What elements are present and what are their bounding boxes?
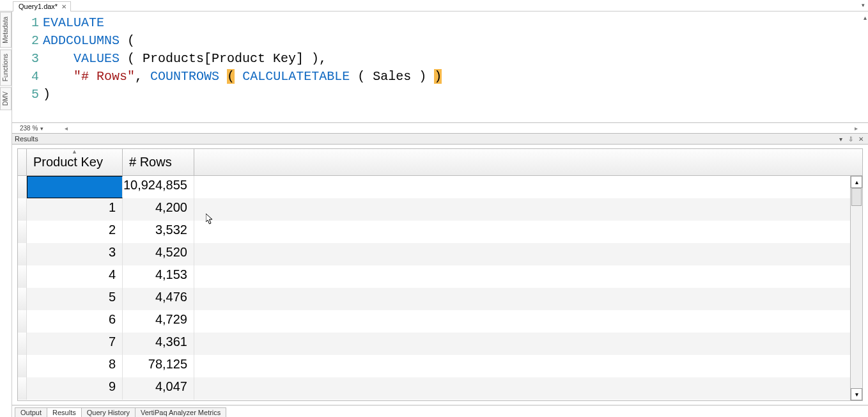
bottom-tab-vertipaq-analyzer-metrics[interactable]: VertiPaq Analyzer Metrics bbox=[135, 407, 226, 417]
grid-corner bbox=[18, 149, 27, 175]
line-number: 5 bbox=[12, 86, 43, 104]
cell-product-key[interactable]: 4 bbox=[27, 265, 123, 288]
grid-body[interactable]: 10,924,85514,20023,53234,52044,15354,476… bbox=[18, 176, 862, 400]
cell-product-key[interactable]: 3 bbox=[27, 243, 123, 265]
cell-rows[interactable]: 3,532 bbox=[123, 221, 194, 243]
cell-product-key[interactable]: 5 bbox=[27, 288, 123, 310]
scroll-down-button[interactable]: ▾ bbox=[851, 388, 862, 400]
row-header[interactable] bbox=[18, 243, 27, 265]
table-row[interactable]: 14,200 bbox=[18, 198, 862, 221]
table-row[interactable]: 44,153 bbox=[18, 265, 862, 288]
row-header[interactable] bbox=[18, 355, 27, 377]
cell-rows[interactable]: 4,476 bbox=[123, 288, 194, 310]
panel-close-icon[interactable]: ✕ bbox=[856, 134, 865, 143]
row-header[interactable] bbox=[18, 176, 27, 198]
cell-product-key[interactable]: 9 bbox=[27, 377, 123, 400]
table-row[interactable]: 23,532 bbox=[18, 221, 862, 243]
cell-rows[interactable]: 4,200 bbox=[123, 198, 194, 221]
column-header-label: Product Key bbox=[33, 155, 103, 169]
table-row[interactable]: 878,125 bbox=[18, 355, 862, 377]
row-header[interactable] bbox=[18, 198, 27, 221]
hscroll-right-icon[interactable]: ▸ bbox=[855, 125, 858, 132]
code-line[interactable]: EVALUATE bbox=[43, 14, 868, 32]
scroll-thumb[interactable] bbox=[851, 188, 862, 206]
hscroll-left-icon[interactable]: ◂ bbox=[65, 125, 68, 132]
code-token: ) bbox=[434, 69, 442, 84]
file-tab-strip: Query1.dax* ✕ ▾ bbox=[0, 0, 868, 12]
scroll-up-button[interactable]: ▴ bbox=[851, 176, 862, 188]
line-number: 1 bbox=[12, 14, 43, 32]
code-token: ( bbox=[120, 33, 135, 48]
file-tab-query1[interactable]: Query1.dax* ✕ bbox=[13, 1, 71, 12]
bottom-tab-results[interactable]: Results bbox=[47, 407, 82, 417]
code-token: ADDCOLUMNS bbox=[43, 33, 120, 48]
results-panel-title: Results bbox=[15, 135, 38, 143]
code-token: ( Sales ) bbox=[350, 69, 434, 84]
table-row[interactable]: 10,924,855 bbox=[18, 176, 862, 198]
cell-product-key[interactable]: 1 bbox=[27, 198, 123, 221]
row-header[interactable] bbox=[18, 288, 27, 310]
code-token: VALUES bbox=[74, 51, 120, 66]
cell-product-key[interactable] bbox=[27, 176, 123, 198]
cell-rows[interactable]: 10,924,855 bbox=[123, 176, 194, 198]
code-line[interactable]: ) bbox=[43, 86, 868, 104]
bottom-tab-output[interactable]: Output bbox=[15, 407, 47, 417]
column-header-rows[interactable]: # Rows bbox=[123, 149, 194, 175]
row-header[interactable] bbox=[18, 333, 27, 355]
cell-product-key[interactable]: 2 bbox=[27, 221, 123, 243]
code-line[interactable]: "# Rows", COUNTROWS ( CALCULATETABLE ( S… bbox=[43, 68, 868, 86]
cell-rows[interactable]: 4,047 bbox=[123, 377, 194, 400]
zoom-dropdown-icon[interactable]: ▾ bbox=[40, 125, 43, 132]
cell-product-key[interactable]: 7 bbox=[27, 333, 123, 355]
code-token bbox=[43, 51, 74, 66]
scroll-up-icon[interactable]: ▴ bbox=[864, 14, 867, 21]
dax-editor[interactable]: 12345 EVALUATEADDCOLUMNS ( VALUES ( Prod… bbox=[12, 12, 868, 123]
code-token: ) bbox=[43, 87, 50, 102]
cell-rows[interactable]: 4,520 bbox=[123, 243, 194, 265]
code-token: EVALUATE bbox=[43, 15, 104, 30]
line-number: 3 bbox=[12, 50, 43, 68]
column-header-label: # Rows bbox=[129, 155, 172, 169]
line-number: 4 bbox=[12, 68, 43, 86]
results-grid[interactable]: ▲ Product Key # Rows 10,924,85514,20023,… bbox=[17, 148, 863, 401]
cell-rows[interactable]: 4,361 bbox=[123, 333, 194, 355]
side-tab-metadata[interactable]: Metadata bbox=[0, 12, 12, 48]
panel-pin-icon[interactable]: ⇩ bbox=[846, 134, 855, 143]
zoom-level: 238 % bbox=[20, 125, 38, 132]
row-header[interactable] bbox=[18, 377, 27, 400]
bottom-tab-query-history[interactable]: Query History bbox=[81, 407, 136, 417]
side-tab-dmv[interactable]: DMV bbox=[0, 87, 12, 110]
editor-code[interactable]: EVALUATEADDCOLUMNS ( VALUES ( Products[P… bbox=[43, 12, 868, 122]
table-row[interactable]: 54,476 bbox=[18, 288, 862, 310]
code-line[interactable]: VALUES ( Products[Product Key] ), bbox=[43, 50, 868, 68]
table-row[interactable]: 34,520 bbox=[18, 243, 862, 265]
column-header-product-key[interactable]: ▲ Product Key bbox=[27, 149, 123, 175]
grid-vscrollbar[interactable]: ▴ ▾ bbox=[850, 176, 862, 400]
code-token: ( bbox=[227, 69, 235, 84]
cell-rows[interactable]: 4,153 bbox=[123, 265, 194, 288]
table-row[interactable]: 64,729 bbox=[18, 310, 862, 333]
scroll-track[interactable] bbox=[851, 188, 862, 388]
sort-indicator-icon: ▲ bbox=[72, 148, 77, 155]
results-panel-header: Results ▾ ⇩ ✕ bbox=[12, 133, 868, 145]
cell-product-key[interactable]: 8 bbox=[27, 355, 123, 377]
panel-dropdown-icon[interactable]: ▾ bbox=[836, 134, 845, 143]
side-tab-strip: Metadata Functions DMV bbox=[0, 12, 12, 417]
line-number: 2 bbox=[12, 32, 43, 50]
side-tab-functions[interactable]: Functions bbox=[0, 49, 12, 86]
editor-zoom-bar: 238 % ▾ ◂ ▸ bbox=[12, 123, 868, 133]
cell-rows[interactable]: 78,125 bbox=[123, 355, 194, 377]
code-token: "# Rows" bbox=[74, 69, 135, 84]
code-token: CALCULATETABLE bbox=[242, 69, 350, 84]
grid-header: ▲ Product Key # Rows bbox=[18, 149, 862, 176]
tab-overflow-dropdown-icon[interactable]: ▾ bbox=[859, 1, 867, 9]
row-header[interactable] bbox=[18, 310, 27, 333]
close-icon[interactable]: ✕ bbox=[60, 3, 68, 10]
table-row[interactable]: 74,361 bbox=[18, 333, 862, 355]
row-header[interactable] bbox=[18, 265, 27, 288]
cell-rows[interactable]: 4,729 bbox=[123, 310, 194, 333]
row-header[interactable] bbox=[18, 221, 27, 243]
cell-product-key[interactable]: 6 bbox=[27, 310, 123, 333]
table-row[interactable]: 94,047 bbox=[18, 377, 862, 400]
code-line[interactable]: ADDCOLUMNS ( bbox=[43, 32, 868, 50]
